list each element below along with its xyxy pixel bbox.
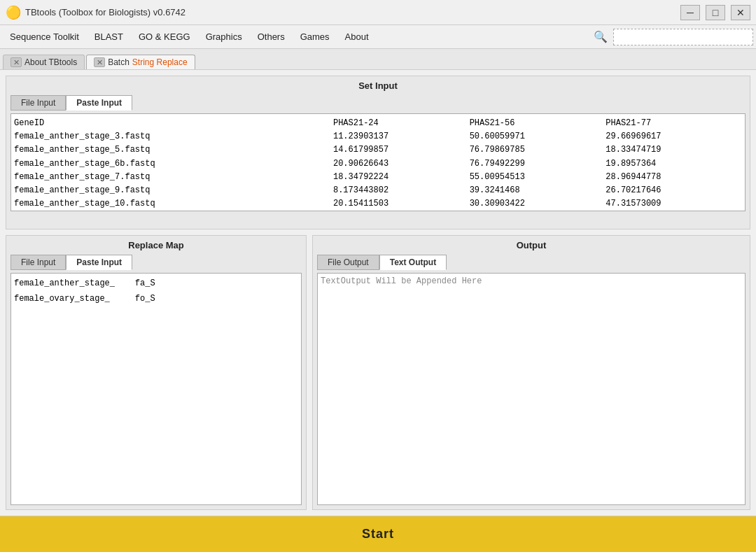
- set-input-paste-tab[interactable]: Paste Input: [66, 95, 132, 111]
- menu-go-kegg[interactable]: GO & KEGG: [132, 29, 197, 45]
- output-text-tab[interactable]: Text Output: [379, 255, 447, 270]
- close-button[interactable]: ✕: [731, 5, 750, 20]
- cell: 30.30903422: [470, 197, 606, 211]
- start-button[interactable]: Start: [362, 527, 394, 542]
- table-row: GeneID PHAS21-24 PHAS21-56 PHAS21-77: [14, 117, 742, 130]
- search-input[interactable]: [613, 29, 753, 45]
- cell: 14.61799857: [333, 143, 470, 157]
- cell: 29.66969617: [606, 130, 742, 143]
- bottom-section: Replace Map File Input Paste Input femal…: [6, 235, 750, 510]
- table-row: female_anther_stage_5.fastq 14.61799857 …: [14, 143, 742, 157]
- menu-graphics[interactable]: Graphics: [199, 29, 249, 45]
- table-row: female_anther_stage_7.fastq 18.34792224 …: [14, 171, 742, 184]
- cell: PHAS21-56: [470, 117, 606, 130]
- search-area: 🔍: [591, 29, 753, 45]
- replace-map-textarea[interactable]: female_anther_stage_ fa_S female_ovary_s…: [10, 273, 302, 505]
- menu-others[interactable]: Others: [251, 29, 292, 45]
- title-controls: ─ □ ✕: [680, 5, 750, 20]
- table-row: female_anther_stage_9.fastq 8.173443802 …: [14, 184, 742, 197]
- output-file-tab[interactable]: File Output: [317, 255, 379, 270]
- cell: 55.00954513: [470, 171, 606, 184]
- tab-batch-replace[interactable]: ✕ Batch String Replace: [86, 55, 195, 69]
- tab-bar: ✕ About TBtools ✕ Batch String Replace: [0, 49, 756, 70]
- title-left: 🟡 TBtools (Toolbox for Biologists) v0.67…: [6, 5, 186, 20]
- set-input-file-tab[interactable]: File Input: [10, 95, 66, 111]
- input-data-table: GeneID PHAS21-24 PHAS21-56 PHAS21-77 fem…: [14, 117, 742, 211]
- replace-map-section: Replace Map File Input Paste Input femal…: [6, 235, 307, 510]
- menu-about[interactable]: About: [338, 29, 376, 45]
- replace-map-paste-tab[interactable]: Paste Input: [66, 255, 132, 270]
- tab-about-label: About TBtools: [24, 57, 77, 67]
- cell: 20.15411503: [333, 197, 470, 211]
- tab-batch-prefix: Batch: [108, 57, 130, 67]
- replace-map-tabs: File Input Paste Input: [10, 255, 302, 270]
- menu-games[interactable]: Games: [293, 29, 337, 45]
- set-input-tabs: File Input Paste Input: [10, 95, 746, 111]
- cell: 11.23903137: [333, 130, 470, 143]
- cell: 19.8957364: [606, 157, 742, 171]
- set-input-title: Set Input: [10, 80, 746, 91]
- title-bar: 🟡 TBtools (Toolbox for Biologists) v0.67…: [0, 0, 756, 25]
- output-title: Output: [317, 240, 746, 250]
- cell: PHAS21-24: [333, 117, 470, 130]
- table-row: female_anther_stage_6b.fastq 20.90626643…: [14, 157, 742, 171]
- tab-about-close[interactable]: ✕: [10, 57, 22, 67]
- tab-batch-close[interactable]: ✕: [94, 57, 105, 67]
- cell: 76.79492299: [470, 157, 606, 171]
- title-text: TBtools (Toolbox for Biologists) v0.6742: [25, 7, 186, 17]
- cell: 26.70217646: [606, 184, 742, 197]
- minimize-button[interactable]: ─: [680, 5, 700, 20]
- table-row: female_anther_stage_10.fastq 20.15411503…: [14, 197, 742, 211]
- cell: 18.34792224: [333, 171, 470, 184]
- cell: female_anther_stage_5.fastq: [14, 143, 333, 157]
- cell: female_anther_stage_3.fastq: [14, 130, 333, 143]
- cell: 20.90626643: [333, 157, 470, 171]
- cell: female_anther_stage_6b.fastq: [14, 157, 333, 171]
- cell: female_anther_stage_7.fastq: [14, 171, 333, 184]
- cell: 8.173443802: [333, 184, 470, 197]
- replace-map-file-tab[interactable]: File Input: [10, 255, 66, 270]
- cell: 18.33474719: [606, 143, 742, 157]
- app-icon: 🟡: [6, 5, 21, 20]
- cell: PHAS21-77: [606, 117, 742, 130]
- start-bar: Start: [0, 516, 756, 552]
- set-input-section: Set Input File Input Paste Input GeneID …: [6, 76, 750, 229]
- tab-batch-highlight: String Replace: [132, 57, 188, 67]
- menu-bar: Sequence Toolkit BLAST GO & KEGG Graphic…: [0, 25, 756, 49]
- cell: 76.79869785: [470, 143, 606, 157]
- cell: female_anther_stage_9.fastq: [14, 184, 333, 197]
- cell: GeneID: [14, 117, 333, 130]
- output-section: Output File Output Text Output: [312, 235, 750, 510]
- input-data-display[interactable]: GeneID PHAS21-24 PHAS21-56 PHAS21-77 fem…: [10, 113, 746, 211]
- main-content: Set Input File Input Paste Input GeneID …: [0, 70, 756, 516]
- menu-blast[interactable]: BLAST: [88, 29, 130, 45]
- output-textarea[interactable]: [317, 273, 746, 505]
- maximize-button[interactable]: □: [706, 5, 725, 20]
- cell: 50.60059971: [470, 130, 606, 143]
- cell: 47.31573009: [606, 197, 742, 211]
- output-tabs: File Output Text Output: [317, 255, 746, 270]
- cell: 28.96944778: [606, 171, 742, 184]
- cell: 39.3241468: [470, 184, 606, 197]
- menu-sequence-toolkit[interactable]: Sequence Toolkit: [3, 29, 86, 45]
- replace-map-title: Replace Map: [10, 240, 302, 250]
- cell: female_anther_stage_10.fastq: [14, 197, 333, 211]
- table-row: female_anther_stage_3.fastq 11.23903137 …: [14, 130, 742, 143]
- tab-about[interactable]: ✕ About TBtools: [3, 55, 85, 69]
- search-icon[interactable]: 🔍: [591, 29, 610, 45]
